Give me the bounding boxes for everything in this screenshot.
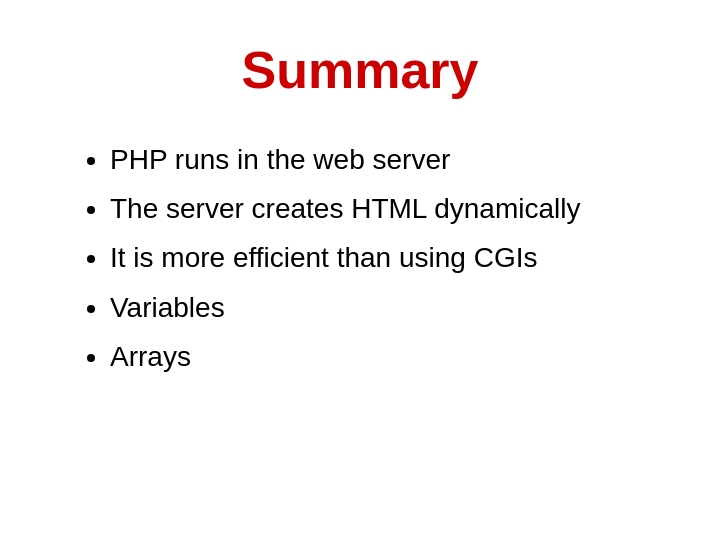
page-title: Summary <box>60 40 660 100</box>
list-item: Arrays <box>110 337 580 376</box>
list-item: It is more efficient than using CGIs <box>110 238 580 277</box>
list-item: PHP runs in the web server <box>110 140 580 179</box>
list-item: Variables <box>110 288 580 327</box>
bullet-list: PHP runs in the web serverThe server cre… <box>60 140 580 386</box>
list-item: The server creates HTML dynamically <box>110 189 580 228</box>
